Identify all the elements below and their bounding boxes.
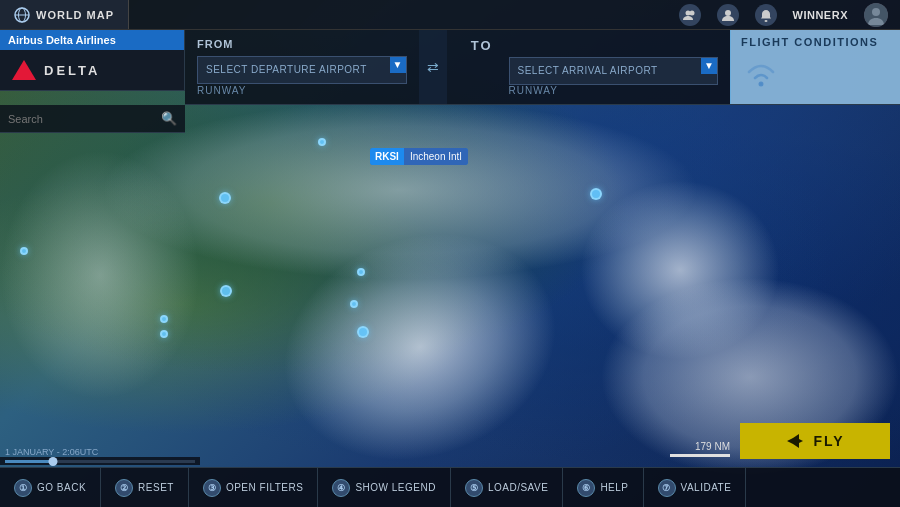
world-map-button[interactable]: WORLD MAP <box>0 0 129 29</box>
scale-value: 179 NM <box>695 441 730 452</box>
load-save-button[interactable]: ⑤ LOAD/SAVE <box>451 468 563 507</box>
marker-dot <box>357 268 365 276</box>
timeline-handle[interactable] <box>48 457 57 466</box>
arrival-airport-select[interactable]: SELECT ARRIVAL AIRPORT ▼ <box>509 57 719 85</box>
swap-airports-button[interactable]: ⇄ <box>419 30 447 104</box>
svg-point-4 <box>689 10 694 15</box>
flight-conditions-panel: FLIGHT CONDITIONS <box>730 30 900 104</box>
group-icon <box>683 8 697 22</box>
validate-button[interactable]: ⑦ VALIDATE <box>644 468 747 507</box>
to-label: TO <box>471 38 493 53</box>
bell-icon <box>759 8 773 22</box>
go-back-icon: ① <box>14 479 32 497</box>
flight-conditions-title: FLIGHT CONDITIONS <box>741 36 878 48</box>
svg-point-8 <box>872 8 880 16</box>
svg-point-6 <box>764 20 767 22</box>
help-label: HELP <box>600 482 628 493</box>
save-icon: ⑤ <box>465 479 483 497</box>
delta-logo-triangle <box>12 60 36 80</box>
marker-dot <box>318 138 326 146</box>
timeline-bar[interactable] <box>0 457 200 465</box>
avatar-image <box>864 3 888 27</box>
arrival-dropdown-arrow[interactable]: ▼ <box>701 58 717 74</box>
departure-dropdown-arrow[interactable]: ▼ <box>390 57 406 73</box>
validate-label: VALIDATE <box>681 482 732 493</box>
group-icon-btn[interactable] <box>679 4 701 26</box>
marker-dot <box>20 247 28 255</box>
scale-indicator: 179 NM <box>670 441 730 457</box>
airport-marker[interactable] <box>318 138 326 146</box>
arrival-runway-label: RUNWAY <box>509 85 719 96</box>
marker-dot <box>219 192 231 204</box>
sidebar: Airbus Delta Airlines DELTA <box>0 30 185 91</box>
airport-marker[interactable] <box>357 268 365 276</box>
airline-tab-label: Airbus Delta Airlines <box>8 34 116 46</box>
validate-icon: ⑦ <box>658 479 676 497</box>
main-panel: FROM SELECT DEPARTURE AIRPORT ▼ RUNWAY ⇄… <box>185 30 900 105</box>
rksi-name: Incheon Intl <box>404 148 468 165</box>
load-save-label: LOAD/SAVE <box>488 482 548 493</box>
departure-airport-select[interactable]: SELECT DEPARTURE AIRPORT ▼ <box>197 56 407 84</box>
svg-point-5 <box>725 10 731 16</box>
airport-marker[interactable] <box>160 315 168 323</box>
top-bar: WORLD MAP WINNERX <box>0 0 900 30</box>
search-input[interactable] <box>8 113 161 125</box>
airport-marker[interactable] <box>350 300 358 308</box>
to-section: SELECT ARRIVAL AIRPORT ▼ RUNWAY <box>497 30 731 104</box>
bell-icon-btn[interactable] <box>755 4 777 26</box>
help-button[interactable]: ⑥ HELP <box>563 468 643 507</box>
flight-header: FROM SELECT DEPARTURE AIRPORT ▼ RUNWAY ⇄… <box>185 30 900 105</box>
airport-marker[interactable] <box>590 188 602 200</box>
fly-label: FLY <box>813 433 844 449</box>
person-icon <box>721 8 735 22</box>
swap-icon: ⇄ <box>427 59 439 75</box>
marker-dot <box>160 315 168 323</box>
airport-marker[interactable] <box>220 285 232 297</box>
scale-bar <box>670 454 730 457</box>
chevron-down-icon-2: ▼ <box>704 60 714 71</box>
departure-runway-label: RUNWAY <box>197 85 407 96</box>
timeline-fill <box>5 460 53 463</box>
reset-button[interactable]: ② RESET <box>101 468 189 507</box>
help-icon: ⑥ <box>577 479 595 497</box>
world-map-label: WORLD MAP <box>36 9 114 21</box>
person-icon-btn[interactable] <box>717 4 739 26</box>
marker-dot <box>160 330 168 338</box>
signal-icon <box>741 56 781 97</box>
show-legend-label: SHOW LEGEND <box>355 482 436 493</box>
go-back-button[interactable]: ① GO BACK <box>0 468 101 507</box>
from-section: FROM SELECT DEPARTURE AIRPORT ▼ RUNWAY <box>185 30 419 104</box>
filter-icon: ③ <box>203 479 221 497</box>
timeline-track[interactable] <box>5 460 195 463</box>
go-back-label: GO BACK <box>37 482 86 493</box>
search-icon[interactable]: 🔍 <box>161 111 177 126</box>
airport-marker[interactable] <box>219 192 231 204</box>
fly-button[interactable]: FLY <box>740 423 890 459</box>
arrival-airport-text: SELECT ARRIVAL AIRPORT <box>518 65 710 76</box>
airline-logo-area: DELTA <box>0 50 184 91</box>
airport-marker[interactable] <box>20 247 28 255</box>
marker-dot <box>590 188 602 200</box>
airport-marker[interactable] <box>357 326 369 338</box>
wifi-conditions-icon <box>741 56 781 91</box>
airline-tab[interactable]: Airbus Delta Airlines <box>0 30 184 50</box>
plane-icon <box>785 433 805 449</box>
rksi-code: RKSI <box>370 148 404 165</box>
reset-label: RESET <box>138 482 174 493</box>
top-bar-right: WINNERX <box>679 3 900 27</box>
globe-icon <box>14 7 30 23</box>
chevron-down-icon: ▼ <box>393 59 403 70</box>
avatar[interactable] <box>864 3 888 27</box>
to-label-section: TO <box>447 30 497 104</box>
legend-icon: ④ <box>332 479 350 497</box>
departure-airport-text: SELECT DEPARTURE AIRPORT <box>206 64 398 75</box>
show-legend-button[interactable]: ④ SHOW LEGEND <box>318 468 451 507</box>
svg-point-9 <box>759 82 764 87</box>
open-filters-button[interactable]: ③ OPEN FILTERS <box>189 468 319 507</box>
airport-marker[interactable] <box>160 330 168 338</box>
rksi-airport-label[interactable]: RKSI Incheon Intl <box>370 148 468 165</box>
airline-name-label: DELTA <box>44 63 100 78</box>
from-label: FROM <box>197 38 407 50</box>
marker-dot <box>350 300 358 308</box>
username-label: WINNERX <box>793 9 848 21</box>
